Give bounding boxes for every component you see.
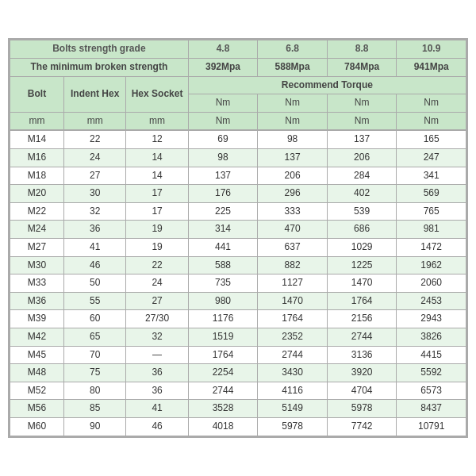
unit-mm-bolt: mm	[10, 112, 64, 130]
hex-socket-val: 17	[126, 185, 188, 203]
bolt-size: M39	[10, 310, 64, 328]
indent-hex-val: 55	[63, 292, 125, 310]
torque-88: 686	[327, 221, 397, 239]
torque-68: 1127	[258, 274, 328, 293]
grade-68: 6.8	[258, 40, 328, 59]
unit-mm-hex: mm	[126, 112, 188, 130]
strength-88: 784Mpa	[327, 59, 397, 77]
bolt-size: M48	[10, 364, 64, 382]
torque-48: 1764	[188, 346, 258, 364]
bolt-torque-table: Bolts strength grade 4.8 6.8 8.8 10.9 Th…	[10, 40, 466, 130]
torque-48: 588	[188, 256, 258, 274]
table-row: M27411944163710291472	[10, 239, 466, 257]
hex-socket-val: 14	[126, 149, 188, 167]
hex-socket-val: 19	[126, 239, 188, 257]
bolt-size: M56	[10, 400, 64, 418]
table-row: M243619314470686981	[10, 221, 466, 239]
torque-68: 637	[258, 239, 328, 257]
torque-48: 137	[188, 167, 258, 185]
table-row: M5685413528514959788437	[10, 400, 466, 418]
torque-109: 2943	[397, 310, 466, 328]
hex-socket-val: 17	[126, 202, 188, 221]
torque-48: 176	[188, 185, 258, 203]
indent-hex-val: 46	[63, 256, 125, 274]
grade-48: 4.8	[188, 40, 258, 59]
bolt-size: M20	[10, 185, 64, 203]
torque-109: 4415	[397, 346, 466, 364]
table-row: M203017176296402569	[10, 185, 466, 203]
indent-hex-val: 65	[63, 328, 125, 346]
unit-nm-2: Nm	[258, 94, 328, 113]
indent-hex-val: 32	[63, 202, 125, 221]
torque-88: 1225	[327, 256, 397, 274]
unit-nm-3: Nm	[327, 94, 397, 113]
torque-88: 4704	[327, 382, 397, 400]
hex-socket-val: 27/30	[126, 310, 188, 328]
torque-68: 137	[258, 149, 328, 167]
torque-68: 333	[258, 202, 328, 221]
table-row: M4265321519235227443826	[10, 328, 466, 346]
hex-socket-val: —	[126, 346, 188, 364]
hex-socket-val: 22	[126, 256, 188, 274]
hex-socket-val: 46	[126, 417, 188, 436]
table-wrapper: Bolts strength grade 4.8 6.8 8.8 10.9 Th…	[8, 38, 468, 437]
hex-socket-val: 24	[126, 274, 188, 293]
hex-socket-val: 19	[126, 221, 188, 239]
bolt-size: M60	[10, 417, 64, 436]
torque-109: 1962	[397, 256, 466, 274]
unit-nm-c: Nm	[327, 112, 397, 130]
torque-48: 98	[188, 149, 258, 167]
torque-68: 2744	[258, 346, 328, 364]
table-row: M5280362744411647046573	[10, 382, 466, 400]
strength-68: 588Mpa	[258, 59, 328, 77]
torque-68: 1764	[258, 310, 328, 328]
indent-hex-val: 60	[63, 310, 125, 328]
indent-hex-val: 36	[63, 221, 125, 239]
indent-hex-val: 80	[63, 382, 125, 400]
torque-48: 2254	[188, 364, 258, 382]
torque-109: 247	[397, 149, 466, 167]
torque-109: 341	[397, 167, 466, 185]
torque-109: 2060	[397, 274, 466, 293]
bolt-data-table: M1422126998137165M16241498137206247M1827…	[10, 130, 466, 436]
hex-socket-val: 41	[126, 400, 188, 418]
torque-48: 441	[188, 239, 258, 257]
torque-48: 225	[188, 202, 258, 221]
torque-109: 765	[397, 202, 466, 221]
indent-hex-val: 22	[63, 131, 125, 149]
torque-88: 284	[327, 167, 397, 185]
torque-68: 4116	[258, 382, 328, 400]
bolt-size: M42	[10, 328, 64, 346]
torque-48: 735	[188, 274, 258, 293]
bolt-size: M16	[10, 149, 64, 167]
bolt-size: M36	[10, 292, 64, 310]
table-row: M1422126998137165	[10, 131, 466, 149]
torque-109: 3826	[397, 328, 466, 346]
bolt-size: M33	[10, 274, 64, 293]
table-row: M182714137206284341	[10, 167, 466, 185]
torque-88: 137	[327, 131, 397, 149]
table-row: M30462258888212251962	[10, 256, 466, 274]
unit-nm-a: Nm	[188, 112, 258, 130]
torque-109: 5592	[397, 364, 466, 382]
torque-68: 98	[258, 131, 328, 149]
torque-109: 2453	[397, 292, 466, 310]
indent-hex-val: 27	[63, 167, 125, 185]
hex-socket-val: 27	[126, 292, 188, 310]
torque-68: 882	[258, 256, 328, 274]
hex-socket-val: 12	[126, 131, 188, 149]
unit-nm-4: Nm	[397, 94, 466, 113]
torque-109: 6573	[397, 382, 466, 400]
torque-88: 7742	[327, 417, 397, 436]
indent-hex-val: 50	[63, 274, 125, 293]
torque-48: 1176	[188, 310, 258, 328]
col-indent-label: Indent Hex	[63, 76, 125, 112]
table-row: M335024735112714702060	[10, 274, 466, 293]
strength-109: 941Mpa	[397, 59, 466, 77]
unit-nm-b: Nm	[258, 112, 328, 130]
torque-48: 2744	[188, 382, 258, 400]
torque-88: 402	[327, 185, 397, 203]
table-row: M4570—1764274431364415	[10, 346, 466, 364]
bolt-size: M18	[10, 167, 64, 185]
bolt-size: M30	[10, 256, 64, 274]
